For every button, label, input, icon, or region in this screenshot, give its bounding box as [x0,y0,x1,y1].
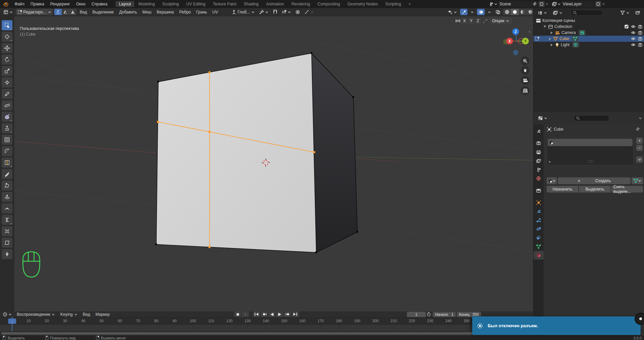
outliner-row-light[interactable]: Light [534,42,644,48]
material-slot[interactable] [548,139,633,146]
slot-specials-button[interactable] [636,157,643,163]
workspace-tab-texture-paint[interactable]: Texture Paint [210,1,240,7]
menu-Окно[interactable]: Окно [73,2,89,6]
remove-slot-button[interactable]: − [636,145,643,151]
workspace-tab-rendering[interactable]: Rendering [288,1,313,7]
stopwatch-icon[interactable] [427,312,431,316]
properties-tab-world[interactable] [534,174,544,183]
eye-icon[interactable] [631,25,636,28]
workspace-tab-shading[interactable]: Shading [240,1,262,7]
outliner-row-коллекция-сцены[interactable]: Коллекция сцены [534,18,644,24]
tool-loop-cut[interactable] [2,158,12,168]
tool-poly-build[interactable] [2,180,12,191]
outliner-filter-button[interactable] [619,10,631,16]
workspace-tab-uv-editing[interactable]: UV Editing [183,1,209,7]
workspace-tab-sculpting[interactable]: Sculpting [159,1,182,7]
browse-material-button[interactable] [547,177,557,184]
tool-edge-slide[interactable] [2,215,12,225]
play-button[interactable] [276,311,283,317]
scene-icon[interactable] [489,2,493,6]
viewport-menu-Меш[interactable]: Меш [140,10,154,14]
current-frame-field[interactable]: 1 [407,312,426,317]
zoom-view-button[interactable] [521,57,529,65]
menu-Правка[interactable]: Правка [28,2,47,6]
pan-view-button[interactable] [521,66,529,75]
falloff-selector[interactable] [303,9,316,15]
workspace-tab-geometry-nodes[interactable]: Geometry Nodes [344,1,381,7]
properties-tab-view-layer[interactable] [534,157,544,165]
ortho-toggle-button[interactable] [521,86,529,95]
tool-annotate[interactable] [2,89,12,99]
chevron-down-icon[interactable] [557,2,561,6]
tool-scale[interactable] [2,66,12,76]
tool-knife[interactable] [2,169,12,179]
workspace-tab-scripting[interactable]: Scripting [382,1,405,7]
camera-data-icon[interactable] [579,30,585,35]
material-slot-list[interactable]: ▸∷∷ [547,138,634,165]
outliner-row-camera[interactable]: Camera [534,30,644,36]
solid-shading-button[interactable] [511,9,519,15]
light-data-icon[interactable] [572,42,579,47]
expand-arrow-icon[interactable]: ▸ [549,159,551,164]
arrow-right-icon[interactable] [549,37,551,40]
workspace-tab-modeling[interactable]: Modeling [135,1,158,7]
grip-icon[interactable]: ∷∷ [588,159,594,164]
tool-cursor[interactable] [2,32,12,42]
pin-icon[interactable] [533,2,537,6]
viewport-menu-Грань[interactable]: Грань [194,10,210,14]
properties-tab-tool[interactable] [534,127,544,136]
timeline-ruler[interactable]: 1 10203040506070809010011012013014015016… [0,317,533,325]
tool-smooth[interactable] [2,203,12,213]
properties-tab-data[interactable] [534,242,544,251]
viewport-menu-Выделение[interactable]: Выделение [90,10,117,14]
chevron-down-icon[interactable] [494,2,497,6]
arrow-right-icon[interactable] [550,43,553,46]
menu-Справка[interactable]: Справка [89,2,110,6]
proportional-edit-toggle[interactable] [294,9,301,15]
assign-button[interactable]: Назначить [547,186,578,193]
properties-tab-output[interactable] [534,148,544,157]
properties-tab-constraints[interactable] [534,233,544,242]
tool-transform[interactable] [2,77,12,88]
timeline-scrollbar[interactable] [1,332,499,335]
mesh-data-icon[interactable] [572,36,579,41]
keying-set-dropdown[interactable] [242,311,249,317]
new-collection-button[interactable] [634,10,642,16]
tool-inset[interactable] [2,135,12,145]
camera-view-button[interactable] [521,76,529,85]
face-select-button[interactable] [69,9,76,15]
properties-tab-scene[interactable] [534,165,544,174]
properties-tab-physics[interactable] [534,225,544,233]
arrow-down-icon[interactable] [543,25,546,28]
visibility-dropdown[interactable] [446,9,459,15]
pin-icon[interactable] [636,127,640,131]
properties-tab-modifiers[interactable] [534,207,544,216]
checkbox-icon[interactable] [624,25,629,29]
select-button[interactable]: Выделить [579,186,611,193]
gizmos-dropdown[interactable] [469,9,476,15]
mirror-axis-z[interactable]: Z [475,18,481,24]
properties-tab-object[interactable] [534,198,544,207]
tool-bevel[interactable] [2,146,12,156]
new-scene-button[interactable] [539,1,545,7]
orientation-selector[interactable]: Глоб... [230,9,256,15]
edge-select-button[interactable] [62,9,69,15]
outliner-row-cube[interactable]: Cube [534,36,644,42]
properties-search[interactable] [574,115,609,121]
viewport-menu-Вершина[interactable]: Вершина [154,10,176,14]
camera-restrict-icon[interactable] [638,25,642,29]
tool-move[interactable] [2,43,12,53]
wireframe-shading-button[interactable] [503,9,511,15]
viewlayer-icon[interactable] [552,2,557,6]
viewport-menu-Вид[interactable]: Вид [77,10,90,14]
timeline-menu-Keying[interactable]: Keying [58,312,80,317]
snap-settings[interactable] [280,9,293,15]
camera-restrict-icon[interactable] [638,37,642,41]
camera-restrict-icon[interactable] [638,43,642,47]
properties-tab-material[interactable] [534,251,544,260]
arrow-right-icon[interactable] [550,31,553,34]
properties-editor-type[interactable] [537,115,549,122]
chevron-down-icon[interactable] [639,116,642,120]
outliner-row-collection[interactable]: Collection [534,24,644,30]
vertex-select-button[interactable] [54,9,62,15]
